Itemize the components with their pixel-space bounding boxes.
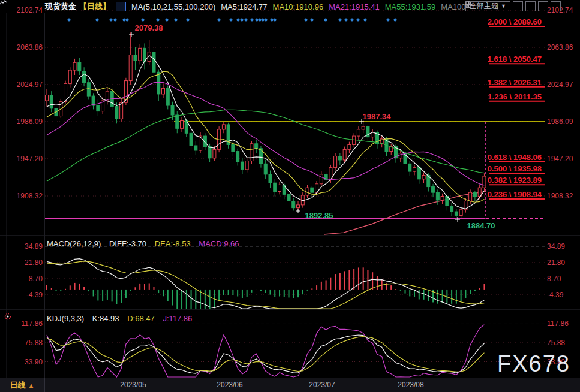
candle-body — [97, 105, 100, 111]
axis-tick-label: -4.39 — [26, 291, 43, 299]
event-dot — [351, 19, 354, 22]
axis-tick-label: 33.90 — [25, 358, 43, 366]
period-selector[interactable]: 日线 ▲ — [0, 378, 45, 392]
event-dot — [387, 19, 390, 22]
candle — [134, 47, 137, 70]
candle — [464, 198, 467, 213]
candle — [292, 198, 295, 211]
candle-body — [269, 174, 272, 183]
candle-body — [73, 62, 76, 70]
fib-label: 0.500 \ 1935.98 — [488, 164, 542, 173]
fib-label: 1.236 \ 2011.35 — [488, 92, 542, 101]
chart-header: 现货黄金 【日线】 MA(5,10,21,55,100,200) MA5:192… — [0, 0, 580, 13]
macd-panel-header: MACD(26,12,9) DIFF:-3.70 DEA:-8.53 MACD:… — [47, 239, 245, 248]
fib-label: 1.618 \ 2050.47 — [488, 55, 542, 64]
event-dot — [237, 19, 240, 22]
candle — [199, 132, 202, 153]
header-toolbar: 全部主题 ▼ — [465, 1, 561, 11]
axis-tick-label: 1947.20 — [17, 155, 43, 163]
event-dot — [345, 19, 348, 22]
axis-tick-label: 8.70 — [29, 275, 43, 283]
candle-body — [120, 102, 123, 119]
candle — [176, 111, 179, 134]
candle-body — [115, 107, 118, 119]
candle-body — [413, 168, 416, 171]
candle — [408, 161, 411, 177]
axis-tick-label: 1908.32 — [547, 192, 573, 200]
candle — [269, 170, 272, 188]
candle — [469, 189, 472, 204]
event-dot — [230, 19, 233, 22]
candle-body — [459, 210, 462, 216]
candle-body — [357, 129, 360, 136]
candle-body — [408, 164, 411, 171]
candle — [436, 189, 439, 205]
candle — [380, 136, 383, 147]
candle — [129, 32, 132, 85]
trend-scale-icon[interactable] — [538, 1, 548, 11]
x-axis-month-label: 2023/06 — [209, 381, 251, 389]
candle — [362, 120, 365, 133]
theme-dropdown[interactable]: 全部主题 ▼ — [465, 1, 510, 11]
ma21-value: MA21:1915.41 — [329, 2, 380, 11]
candle — [92, 93, 95, 109]
candle-body — [422, 175, 425, 179]
candle — [241, 158, 244, 174]
bar-scale-icon[interactable] — [525, 1, 536, 11]
candle — [334, 153, 337, 171]
axis-tick-label: 1986.09 — [17, 117, 43, 126]
candle-body — [348, 144, 351, 149]
event-dot — [311, 19, 314, 22]
fib-labels: 2.000 \ 2089.601.618 \ 2050.471.382 \ 20… — [488, 17, 545, 199]
candle — [353, 133, 356, 147]
candle-body — [343, 149, 346, 160]
axis-tick-label: 21.80 — [547, 258, 565, 267]
candlestick-chart-icon[interactable] — [116, 2, 126, 11]
crosshair-move-icon[interactable] — [513, 1, 523, 11]
candle-body — [78, 62, 81, 71]
candle-body — [450, 206, 453, 212]
event-dot — [262, 19, 265, 22]
candle — [203, 133, 206, 150]
candle-body — [311, 188, 314, 192]
candle — [371, 129, 374, 141]
candle-body — [297, 205, 300, 208]
candle — [124, 78, 127, 105]
event-dot — [218, 19, 221, 22]
detach-window-icon[interactable] — [551, 1, 561, 11]
axis-tick-label: 8.70 — [547, 275, 561, 283]
candle — [441, 194, 444, 204]
candle — [338, 153, 341, 165]
kdj-title: KDJ(9,3,3) — [47, 314, 84, 323]
j-line — [47, 325, 484, 377]
annotations: 2079.381987.341892.851884.70 — [129, 23, 495, 230]
candle — [366, 125, 369, 142]
candle-body — [362, 126, 365, 129]
candle-body — [478, 188, 481, 196]
chevron-down-icon: ▼ — [501, 2, 506, 11]
event-dot — [126, 19, 129, 22]
candle-body — [306, 188, 309, 195]
macd-panel — [47, 259, 484, 309]
symbol-info: 现货黄金 【日线】 MA(5,10,21,55,100,200) MA5:192… — [0, 1, 466, 12]
axis-tick-label: 1947.20 — [547, 155, 573, 163]
candle-body — [162, 88, 165, 94]
candle — [73, 59, 76, 75]
candle — [78, 58, 81, 75]
candle — [83, 67, 86, 86]
axis-tick-label: 2063.86 — [17, 43, 43, 52]
axis-tick-label: 2024.97 — [547, 80, 573, 89]
candle-body — [287, 194, 290, 201]
price-annotation: 1987.34 — [363, 112, 392, 121]
candle — [222, 122, 225, 133]
kdj-panel — [47, 325, 484, 377]
candle-body — [483, 176, 486, 188]
event-dot — [114, 19, 117, 22]
axis-tick-label: 1986.09 — [547, 117, 573, 126]
triangle-up-icon: ▲ — [28, 382, 35, 389]
candle-body — [278, 185, 281, 191]
candle-body — [166, 88, 169, 105]
event-dot — [142, 19, 145, 22]
symbol-name: 现货黄金 — [45, 1, 76, 12]
candle — [264, 160, 267, 179]
